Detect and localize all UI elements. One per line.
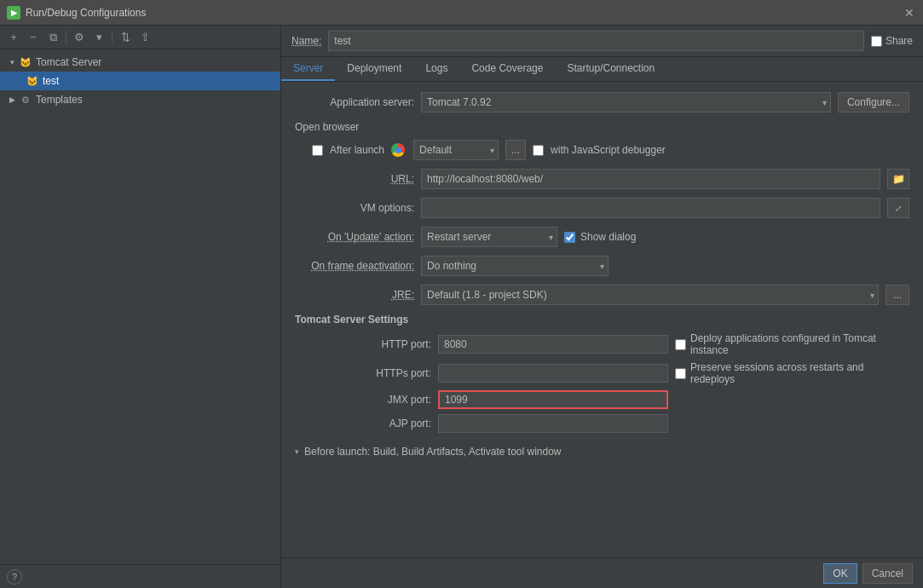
show-dialog-checkbox[interactable] bbox=[564, 232, 575, 243]
js-debugger-checkbox[interactable] bbox=[533, 145, 544, 156]
tabs-bar: Server Deployment Logs Code Coverage Sta… bbox=[281, 57, 923, 82]
move-up-button[interactable]: ⇧ bbox=[136, 29, 153, 46]
name-input[interactable] bbox=[328, 31, 864, 51]
chrome-icon bbox=[391, 143, 405, 157]
open-browser-label: Open browser bbox=[295, 121, 909, 133]
tab-deployment[interactable]: Deployment bbox=[335, 57, 413, 81]
app-server-select-wrapper: Tomcat 7.0.92 bbox=[421, 92, 831, 112]
url-folder-button[interactable]: 📁 bbox=[887, 169, 909, 189]
tomcat-server-icon: 🐱 bbox=[19, 55, 32, 69]
ok-button[interactable]: OK bbox=[823, 563, 857, 584]
http-port-input[interactable] bbox=[438, 335, 668, 354]
preserve-sessions-text: Preserve sessions across restarts and re… bbox=[690, 361, 909, 385]
tree-item-tomcat-server[interactable]: ▾ 🐱 Tomcat Server bbox=[0, 53, 280, 72]
jre-browse-button[interactable]: ... bbox=[886, 285, 909, 305]
jmx-port-label: JMX port: bbox=[295, 394, 431, 406]
deploy-apps-checkbox[interactable] bbox=[675, 339, 686, 350]
ajp-port-input[interactable] bbox=[438, 414, 668, 433]
after-launch-label: After launch bbox=[330, 144, 384, 156]
on-frame-select-wrapper: Do nothing bbox=[421, 256, 609, 276]
title-bar: ▶ Run/Debug Configurations ✕ bbox=[0, 0, 923, 26]
config-tree: ▾ 🐱 Tomcat Server 🐱 test ▶ ⚙ Templates bbox=[0, 49, 280, 564]
url-label: URL: bbox=[295, 173, 414, 185]
show-dialog-label: Show dialog bbox=[580, 231, 636, 243]
show-dialog-row: Show dialog bbox=[564, 231, 636, 243]
tree-arrow-test bbox=[14, 76, 24, 86]
toolbar-separator-1 bbox=[66, 32, 66, 43]
vm-options-input[interactable] bbox=[421, 198, 880, 218]
jre-label: JRE: bbox=[295, 289, 414, 301]
tab-server[interactable]: Server bbox=[281, 57, 335, 81]
app-server-row: Application server: Tomcat 7.0.92 Config… bbox=[295, 92, 909, 112]
close-button[interactable]: ✕ bbox=[903, 6, 916, 20]
share-area: Share bbox=[871, 35, 913, 47]
toolbar-separator-2 bbox=[112, 32, 112, 43]
vm-options-label: VM options: bbox=[295, 202, 414, 214]
settings-arrow-button[interactable]: ▾ bbox=[90, 29, 107, 46]
on-update-select-wrapper: Restart server bbox=[421, 227, 557, 247]
left-panel: + − ⧉ ⚙ ▾ ⇅ ⇧ ▾ 🐱 Tomcat Server 🐱 test bbox=[0, 26, 281, 588]
help-button[interactable]: ? bbox=[7, 569, 22, 585]
deploy-apps-label: Deploy applications configured in Tomcat… bbox=[675, 332, 909, 356]
app-icon: ▶ bbox=[7, 6, 20, 20]
before-launch-header: ▾ Before launch: Build, Build Artifacts,… bbox=[295, 446, 909, 458]
dialog-title: Run/Debug Configurations bbox=[26, 7, 903, 19]
share-checkbox[interactable] bbox=[871, 36, 882, 47]
on-frame-select[interactable]: Do nothing bbox=[421, 256, 609, 276]
tomcat-server-label: Tomcat Server bbox=[36, 56, 101, 68]
app-server-select[interactable]: Tomcat 7.0.92 bbox=[421, 92, 831, 112]
before-launch-section: ▾ Before launch: Build, Build Artifacts,… bbox=[295, 438, 909, 458]
jre-row: JRE: Default (1.8 - project SDK) ... bbox=[295, 285, 909, 305]
preserve-sessions-label: Preserve sessions across restarts and re… bbox=[675, 361, 909, 385]
remove-config-button[interactable]: − bbox=[25, 29, 42, 46]
browser-row: After launch Default ... with JavaScript… bbox=[295, 140, 909, 160]
url-input[interactable] bbox=[421, 169, 880, 189]
main-container: + − ⧉ ⚙ ▾ ⇅ ⇧ ▾ 🐱 Tomcat Server 🐱 test bbox=[0, 26, 923, 588]
vm-expand-button[interactable]: ⤢ bbox=[887, 198, 909, 218]
port-grid: HTTP port: Deploy applications configure… bbox=[295, 332, 909, 433]
js-debugger-label: with JavaScript debugger bbox=[551, 144, 666, 156]
copy-config-button[interactable]: ⧉ bbox=[44, 29, 61, 46]
add-config-button[interactable]: + bbox=[5, 29, 22, 46]
on-frame-label: On frame deactivation: bbox=[295, 260, 414, 272]
sort-button[interactable]: ⇅ bbox=[117, 29, 134, 46]
on-update-label: On 'Update' action: bbox=[295, 231, 414, 243]
http-port-label: HTTP port: bbox=[295, 338, 431, 350]
test-config-label: test bbox=[43, 75, 59, 87]
open-browser-section: Open browser After launch Default ... bbox=[295, 121, 909, 160]
name-row: Name: Share bbox=[281, 26, 923, 57]
before-launch-arrow[interactable]: ▾ bbox=[295, 447, 299, 456]
tab-code-coverage[interactable]: Code Coverage bbox=[459, 57, 555, 81]
tree-item-templates[interactable]: ▶ ⚙ Templates bbox=[0, 90, 280, 109]
on-frame-row: On frame deactivation: Do nothing bbox=[295, 256, 909, 276]
test-config-icon: 🐱 bbox=[26, 74, 39, 88]
on-update-select[interactable]: Restart server bbox=[421, 227, 557, 247]
jre-select-wrapper: Default (1.8 - project SDK) bbox=[421, 285, 879, 305]
app-server-label: Application server: bbox=[295, 96, 414, 108]
settings-button[interactable]: ⚙ bbox=[71, 29, 88, 46]
vm-options-row: VM options: ⤢ bbox=[295, 198, 909, 218]
jmx-port-input[interactable] bbox=[438, 390, 668, 409]
preserve-sessions-checkbox[interactable] bbox=[675, 368, 686, 379]
templates-icon: ⚙ bbox=[19, 93, 32, 107]
browse-dots-button[interactable]: ... bbox=[505, 140, 526, 160]
share-label: Share bbox=[886, 35, 913, 47]
https-port-input[interactable] bbox=[438, 364, 668, 383]
before-launch-label: Before launch: Build, Build Artifacts, A… bbox=[304, 446, 562, 458]
name-label: Name: bbox=[291, 35, 321, 47]
tab-logs[interactable]: Logs bbox=[413, 57, 459, 81]
left-bottom-bar: ? bbox=[0, 564, 280, 588]
jre-select[interactable]: Default (1.8 - project SDK) bbox=[421, 285, 879, 305]
browser-select[interactable]: Default bbox=[413, 140, 499, 160]
ajp-port-label: AJP port: bbox=[295, 418, 431, 429]
tab-startup[interactable]: Startup/Connection bbox=[555, 57, 666, 81]
configure-button[interactable]: Configure... bbox=[838, 92, 909, 112]
tree-item-test[interactable]: 🐱 test bbox=[0, 72, 280, 90]
cancel-button[interactable]: Cancel bbox=[862, 563, 913, 584]
right-panel: Name: Share Server Deployment Logs Code … bbox=[281, 26, 923, 588]
app-icon-symbol: ▶ bbox=[11, 9, 17, 17]
tomcat-settings-title: Tomcat Server Settings bbox=[295, 314, 909, 326]
after-launch-checkbox[interactable] bbox=[312, 145, 323, 156]
content-area: Application server: Tomcat 7.0.92 Config… bbox=[281, 82, 923, 557]
templates-label: Templates bbox=[36, 94, 83, 106]
